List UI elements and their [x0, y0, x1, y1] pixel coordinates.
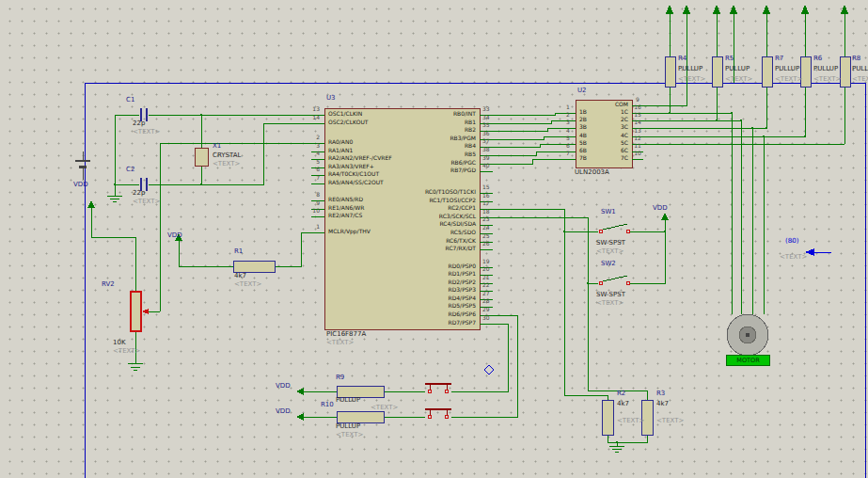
crystal-x1-symbol[interactable]: [195, 148, 208, 166]
pin-number: 4: [299, 151, 320, 156]
pin-number: 27: [482, 291, 501, 296]
pin-number: 34: [482, 115, 501, 120]
vdd-arrow-icon: [841, 5, 849, 14]
part-value[interactable]: ULN2003A: [575, 169, 609, 176]
origin-marker-icon: [484, 365, 494, 374]
pin-number: 39: [482, 155, 501, 161]
battery-symbol[interactable]: [75, 151, 90, 180]
part-ref[interactable]: U2: [577, 88, 587, 94]
pin-number: 14: [631, 120, 644, 125]
part-value[interactable]: SW-SPST: [596, 240, 625, 247]
part-value[interactable]: PULLUP: [852, 66, 868, 72]
part-value[interactable]: PIC16F877A: [326, 331, 366, 338]
power-label-vdd[interactable]: VDD: [276, 383, 291, 390]
part-ref[interactable]: RV2: [102, 281, 115, 288]
pin-name: RD7/PSP7: [335, 320, 476, 326]
pin-number: 26: [482, 241, 501, 247]
pin-number: 11: [631, 143, 644, 149]
switch-sw2-symbol[interactable]: [599, 276, 630, 285]
power-label-vdd[interactable]: VDD: [653, 205, 668, 212]
switch-sw1-symbol[interactable]: [599, 224, 630, 233]
pin-number: 38: [482, 147, 501, 152]
pin-name: RB1: [335, 120, 476, 125]
vdd-arrow-icon: [661, 213, 669, 220]
pin-name: 5C: [534, 140, 628, 146]
resistor-r8: [840, 56, 850, 87]
pin-name: RB0/INT: [335, 111, 476, 117]
pin-number: 20: [482, 266, 501, 272]
part-value[interactable]: 10K: [113, 340, 126, 346]
pin-number: 35: [482, 122, 501, 128]
part-value[interactable]: 22p: [133, 120, 145, 127]
pin-name: RC6/TX/CK: [335, 238, 476, 244]
pin-name: RD5/PSP5: [335, 303, 476, 309]
part-ref[interactable]: C2: [126, 167, 134, 173]
part-text: <TEXT>: [596, 300, 623, 307]
part-text: <TEXT>: [596, 248, 623, 255]
part-value[interactable]: PULLUP: [725, 66, 750, 72]
pin-name: 3C: [534, 124, 628, 130]
part-ref[interactable]: SW2: [601, 261, 616, 267]
part-ref[interactable]: R2: [617, 390, 625, 397]
push-button-2[interactable]: [425, 409, 451, 419]
pin-name: COM: [534, 102, 628, 107]
pin-name: RC0/T1OSO/T1CKI: [335, 189, 476, 195]
potentiometer-rv2-symbol[interactable]: [131, 292, 149, 331]
pin-number: 21: [482, 275, 501, 280]
part-ref[interactable]: R5: [725, 56, 734, 62]
part-ref[interactable]: R9: [336, 374, 344, 381]
part-value[interactable]: CRYSTAL: [213, 152, 241, 159]
part-ref: U3: [326, 95, 336, 102]
pin-number: 36: [482, 131, 501, 136]
pin-number: 6: [299, 167, 320, 172]
part-ref[interactable]: C1: [126, 97, 134, 104]
pin-name: 4C: [534, 133, 628, 138]
part-text: <TEXT>: [725, 76, 752, 83]
pin-number: 19: [482, 259, 501, 264]
pin-number: 15: [482, 184, 501, 190]
part-ref[interactable]: R4: [678, 56, 687, 62]
schematic-canvas[interactable]: C1 22p <TEXT> C2 22p <TEXT> X1 CRYSTAL <…: [0, 0, 868, 478]
stepper-motor-symbol[interactable]: [727, 314, 768, 356]
part-ref[interactable]: R7: [775, 56, 783, 62]
power-label-vdd[interactable]: VDD: [276, 408, 291, 415]
pin-number: 10: [299, 208, 320, 214]
part-ref[interactable]: R3: [656, 390, 665, 397]
part-value[interactable]: PULLUP: [775, 66, 799, 72]
part-ref[interactable]: R1: [234, 248, 243, 255]
power-label-vdd[interactable]: VDD: [73, 182, 88, 188]
part-value[interactable]: 22p: [133, 190, 145, 197]
part-ref[interactable]: R10: [321, 402, 334, 408]
part-value[interactable]: PULLUP: [678, 66, 702, 72]
vdd-arrow-icon: [801, 5, 810, 14]
push-button-1[interactable]: [425, 384, 451, 393]
pin-name: RA5/AN4/SS/C2OUT: [328, 180, 422, 185]
part-value[interactable]: SW-SPST: [596, 292, 625, 298]
pin-name: RD3/PSP3: [335, 287, 476, 293]
pin-name: RB4: [335, 143, 476, 149]
part-value[interactable]: 4k7: [234, 273, 246, 279]
pin-number: 18: [482, 209, 501, 215]
pin-number: 9: [631, 97, 644, 103]
part-ref[interactable]: X1: [213, 143, 221, 150]
pin-name: RB7/PGD: [335, 167, 476, 173]
part-value[interactable]: PULLUP: [813, 66, 838, 72]
vdd-arrow-icon: [666, 5, 674, 14]
pin-name: RD2/PSP2: [335, 279, 476, 285]
pin-number: 28: [482, 298, 501, 304]
part-ref[interactable]: R6: [813, 56, 822, 62]
part-value[interactable]: 4k7: [617, 401, 629, 407]
part-value[interactable]: PULLUP: [336, 423, 360, 430]
pin-number: 9: [299, 200, 320, 206]
power-label-vdd[interactable]: VDD: [167, 232, 182, 239]
part-value[interactable]: PULLUP: [336, 397, 360, 404]
part-value[interactable]: 4k7: [656, 401, 669, 407]
pin-name: RB5: [335, 151, 476, 157]
pin-number: 16: [482, 193, 501, 199]
motor-label[interactable]: MOTOR: [726, 355, 770, 366]
part-ref[interactable]: SW1: [601, 209, 616, 215]
part-ref[interactable]: R8: [852, 56, 860, 62]
vdd-arrow-icon: [763, 5, 771, 14]
pin-number: 12: [631, 135, 644, 141]
part-text: <TEXT>: [213, 161, 240, 167]
